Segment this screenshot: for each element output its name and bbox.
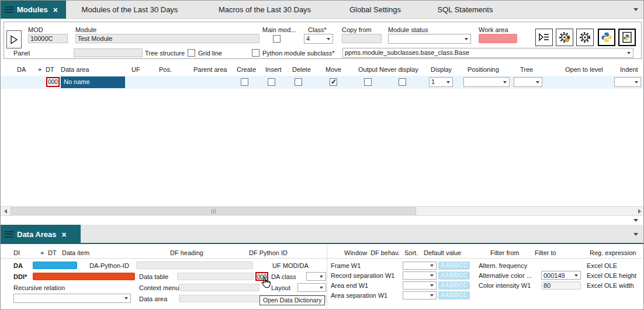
- da-header-di: DI: [13, 249, 20, 256]
- color-intensity-w1-field[interactable]: 80: [541, 281, 581, 290]
- grid-header-open-to-level: Open to level: [565, 66, 603, 73]
- area-end-w1-select[interactable]: [403, 281, 437, 290]
- record-separation-w1-color-field[interactable]: AABBCC: [438, 271, 470, 280]
- layout-select[interactable]: [297, 283, 326, 292]
- mouse-cursor-icon: [260, 276, 272, 289]
- module-name-field[interactable]: Test Module: [75, 34, 259, 43]
- row-data-area-cell[interactable]: No name: [61, 76, 125, 88]
- class-select[interactable]: 4: [304, 34, 333, 44]
- da-row-label: DA: [13, 262, 23, 270]
- horizontal-scrollbar[interactable]: [1, 206, 644, 216]
- excel-ole-width-label: Excel OLE width: [587, 282, 634, 290]
- scroll-right-button[interactable]: [635, 207, 644, 215]
- da-python-id-field[interactable]: [136, 262, 253, 269]
- main-module-checkbox[interactable]: [273, 35, 281, 43]
- run-module-button[interactable]: [6, 30, 22, 48]
- panel-label: Panel: [13, 50, 30, 57]
- da-header-dt: DT: [48, 249, 57, 256]
- area-separation-w1-color-field[interactable]: AABBCC: [438, 291, 470, 299]
- python-subclass-select[interactable]: ppms.module_subclasses.base_class.Base: [342, 48, 633, 58]
- work-area-field[interactable]: [479, 34, 517, 43]
- gear-icon: [579, 32, 591, 43]
- tree-structure-label: Tree structure: [145, 50, 185, 57]
- mod-field[interactable]: 10000C: [28, 34, 68, 43]
- scroll-left-button[interactable]: [1, 207, 11, 215]
- ddi-field[interactable]: [33, 273, 135, 280]
- da-class-select[interactable]: [306, 272, 326, 281]
- list-run-icon: [538, 32, 550, 43]
- main-module-label: Main mod...: [262, 26, 296, 34]
- da-header-reg-expression: Reg. expression: [590, 249, 636, 256]
- grid-header-never-display: Never display: [379, 66, 418, 73]
- grid-line-checkbox[interactable]: [188, 49, 195, 57]
- record-separation-w1-label: Record separation W1: [331, 272, 394, 280]
- play-icon: [10, 35, 18, 44]
- frame-w1-color-field[interactable]: AABBCC: [438, 262, 470, 270]
- frame-w1-select[interactable]: [403, 262, 437, 270]
- module-status-select[interactable]: [388, 34, 471, 44]
- copy-from-label: Copy from: [342, 26, 372, 34]
- tab-label: Global Settings: [349, 5, 401, 14]
- tab-sql-statements[interactable]: SQL Statements: [426, 1, 504, 18]
- row-never-display-checkbox[interactable]: [399, 78, 406, 86]
- planta-app-window: Modules × Modules of the Last 30 Days Ma…: [0, 0, 644, 310]
- module-settings-button[interactable]: [576, 29, 594, 46]
- record-separation-w1-select[interactable]: [403, 271, 437, 280]
- tab-close-icon[interactable]: ×: [53, 5, 58, 15]
- top-tab-bar: Modules × Modules of the Last 30 Days Ma…: [1, 1, 644, 19]
- da-header-default-value: Default value: [424, 249, 461, 256]
- recursive-relation-select[interactable]: [13, 294, 131, 303]
- tab-close-icon[interactable]: ×: [61, 230, 66, 239]
- grid-header-data-area: Data area: [61, 66, 89, 73]
- python-icon: [601, 32, 612, 43]
- python-subclass-checkbox[interactable]: [252, 49, 259, 57]
- da-add-button[interactable]: +: [40, 249, 44, 256]
- grid-header-move: Move: [326, 66, 341, 73]
- data-table-field[interactable]: [177, 273, 254, 280]
- area-end-w1-color-field[interactable]: AABBCC: [438, 281, 470, 290]
- module-label: Module: [75, 26, 96, 34]
- row-output-checkbox[interactable]: [364, 78, 372, 86]
- tab-data-areas[interactable]: Data Areas ×: [1, 225, 81, 244]
- row-dt-cell[interactable]: 000: [46, 77, 60, 87]
- tab-macros-last-30-days[interactable]: Macros of the Last 30 Days: [206, 1, 323, 18]
- altern-frequency-label: Altern. frequency: [479, 262, 527, 270]
- panel-menu-icon[interactable]: [5, 231, 13, 238]
- module-customizer-button[interactable]: [556, 29, 573, 46]
- alternative-color-select[interactable]: 000149: [541, 271, 581, 280]
- grid-header-da: DA: [17, 66, 26, 73]
- python-editor-button[interactable]: [598, 29, 615, 46]
- module-run-list-button[interactable]: [535, 29, 553, 46]
- row-tree-select[interactable]: [514, 77, 542, 87]
- copy-from-field[interactable]: [342, 34, 382, 43]
- mod-label: MOD: [28, 26, 43, 34]
- panel-menu-icon[interactable]: [5, 6, 13, 13]
- panel-field[interactable]: [74, 48, 143, 57]
- area-separation-w1-select[interactable]: [403, 291, 437, 299]
- python-module-file-button[interactable]: [618, 29, 636, 46]
- grid-add-button[interactable]: +: [38, 66, 41, 73]
- data-area-label: Data area: [139, 295, 167, 303]
- scrollbar-grip-icon: [212, 209, 216, 214]
- grid-header-create: Create: [237, 66, 256, 73]
- tab-modules-last-30-days[interactable]: Modules of the Last 30 Days: [70, 1, 190, 18]
- tab-data-areas-label: Data Areas: [17, 230, 56, 239]
- da-field[interactable]: [33, 262, 77, 269]
- tab-overflow-chevron-icon[interactable]: [633, 233, 638, 236]
- tab-global-settings[interactable]: Global Settings: [337, 1, 413, 18]
- tab-overflow-chevron-icon[interactable]: [633, 8, 638, 11]
- row-delete-checkbox[interactable]: [295, 78, 302, 86]
- row-insert-checkbox[interactable]: [268, 78, 275, 86]
- row-create-checkbox[interactable]: [241, 78, 248, 86]
- row-display-select[interactable]: 1: [429, 77, 453, 87]
- scrollbar-thumb[interactable]: [11, 207, 416, 215]
- row-move-checkbox[interactable]: [330, 78, 337, 86]
- context-menu-field[interactable]: [179, 284, 259, 291]
- grid-header-dt: DT: [46, 66, 54, 73]
- da-header-df-heading: DF heading: [170, 249, 203, 256]
- context-menu-label: Context menu: [139, 284, 179, 292]
- row-indent-select[interactable]: [614, 77, 641, 87]
- collapse-pane-chevron-icon[interactable]: [633, 219, 638, 222]
- tab-modules[interactable]: Modules ×: [1, 1, 66, 19]
- row-positioning-select[interactable]: [463, 77, 510, 87]
